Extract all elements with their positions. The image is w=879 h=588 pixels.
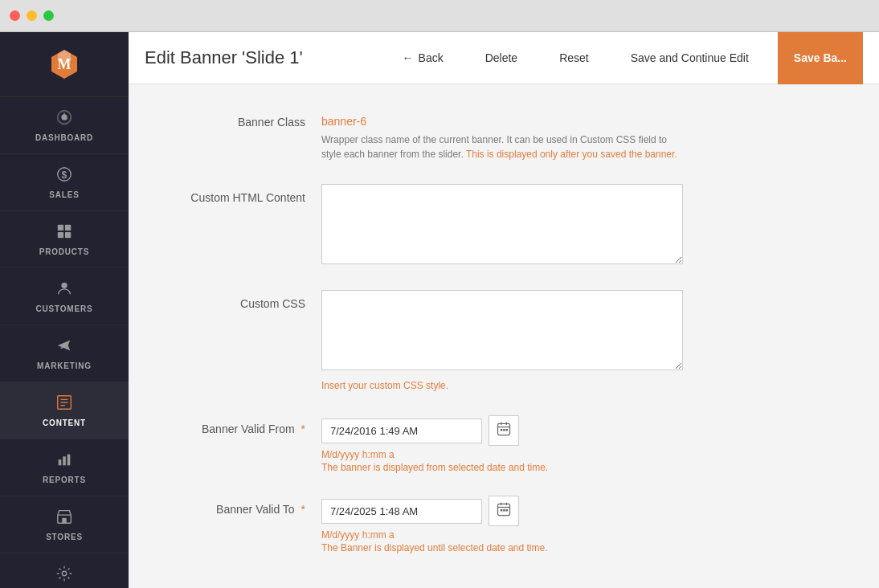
sidebar-item-system[interactable]: SYSTEM: [0, 553, 129, 588]
svg-rect-16: [59, 459, 62, 465]
banner-valid-to-label: Banner Valid To *: [161, 496, 321, 518]
page-header: Edit Banner 'Slide 1' ← Back Delete Rese…: [129, 32, 879, 84]
custom-css-textarea[interactable]: [321, 290, 683, 370]
custom-css-label: Custom CSS: [161, 290, 321, 312]
svg-point-10: [61, 283, 67, 288]
custom-css-hint: Insert your custom CSS style.: [321, 378, 683, 393]
sales-icon: $: [55, 165, 73, 187]
dashboard-icon: [55, 108, 73, 130]
banner-class-desc-highlight: This is displayed only after you saved t…: [466, 149, 677, 160]
svg-text:$: $: [61, 169, 67, 181]
banner-class-field: banner-6 Wrapper class name of the curre…: [321, 108, 683, 161]
required-star-from: *: [301, 423, 305, 435]
date-from-format: M/d/yyyy h:mm a: [321, 449, 683, 460]
marketing-icon: [55, 337, 73, 358]
banner-valid-to-label-text: Banner Valid To: [216, 503, 295, 516]
sidebar-item-stores[interactable]: STORES: [0, 496, 129, 553]
marketing-label: MARKETING: [37, 361, 92, 370]
sidebar-item-dashboard[interactable]: DASHBOARD: [0, 97, 129, 154]
required-star-to: *: [301, 503, 305, 516]
custom-css-field: Insert your custom CSS style.: [321, 290, 683, 393]
custom-css-row: Custom CSS Insert your custom CSS style.: [161, 290, 847, 393]
banner-valid-from-row: Banner Valid From *: [161, 415, 847, 473]
svg-rect-18: [67, 455, 71, 466]
custom-html-label: Custom HTML Content: [161, 184, 321, 206]
dashboard-label: DASHBOARD: [35, 133, 93, 142]
app-container: M DASHBOARD $ SALES PRODUCTS: [0, 32, 879, 588]
svg-rect-20: [62, 518, 67, 523]
svg-rect-37: [506, 509, 509, 512]
content-label: CONTENT: [43, 419, 86, 427]
svg-rect-28: [501, 429, 503, 431]
calendar-to-icon: [496, 501, 512, 517]
sidebar-item-products[interactable]: PRODUCTS: [0, 211, 129, 268]
calendar-from-button[interactable]: [489, 415, 519, 446]
banner-valid-from-label-text: Banner Valid From: [202, 423, 295, 435]
main-content: Edit Banner 'Slide 1' ← Back Delete Rese…: [129, 32, 879, 588]
maximize-button[interactable]: [43, 10, 54, 21]
svg-rect-9: [65, 232, 71, 238]
reset-button[interactable]: Reset: [546, 45, 602, 71]
svg-text:M: M: [58, 56, 72, 72]
products-label: PRODUCTS: [39, 247, 90, 256]
banner-valid-to-row: Banner Valid To *: [161, 496, 847, 553]
banner-valid-from-field: M/d/yyyy h:mm a The banner is displayed …: [321, 415, 683, 473]
banner-class-row: Banner Class banner-6 Wrapper class name…: [161, 108, 847, 161]
customers-icon: [55, 280, 73, 301]
svg-rect-35: [501, 509, 503, 512]
sidebar-item-customers[interactable]: CUSTOMERS: [0, 268, 129, 325]
sales-label: SALES: [49, 190, 79, 199]
custom-html-field: [321, 184, 683, 267]
magento-logo-icon: M: [47, 47, 82, 82]
customers-label: CUSTOMERS: [36, 304, 93, 313]
svg-rect-30: [506, 429, 509, 431]
banner-class-description: Wrapper class name of the current banner…: [321, 133, 683, 161]
banner-valid-to-input[interactable]: [321, 499, 482, 524]
sidebar-item-content[interactable]: CONTENT: [0, 382, 129, 439]
back-arrow-icon: ←: [403, 51, 414, 64]
date-from-desc: The banner is displayed from selected da…: [321, 462, 683, 473]
calendar-from-icon: [496, 421, 512, 437]
svg-rect-8: [58, 232, 63, 238]
banner-class-label: Banner Class: [161, 108, 321, 131]
back-label: Back: [419, 51, 444, 64]
sidebar-item-sales[interactable]: $ SALES: [0, 154, 129, 211]
form-area: Banner Class banner-6 Wrapper class name…: [129, 84, 879, 588]
content-icon: [55, 394, 73, 415]
date-to-format: M/d/yyyy h:mm a: [321, 529, 683, 541]
minimize-button[interactable]: [27, 10, 37, 21]
svg-rect-36: [503, 509, 505, 512]
save-button[interactable]: Save Ba...: [778, 32, 863, 84]
reports-icon: [55, 451, 73, 472]
reset-label: Reset: [559, 51, 589, 64]
back-button[interactable]: ← Back: [390, 45, 456, 71]
close-button[interactable]: [10, 10, 20, 21]
date-from-wrapper: [321, 415, 683, 446]
save-continue-label: Save and Continue Edit: [631, 51, 749, 64]
banner-valid-from-label: Banner Valid From *: [161, 415, 321, 438]
save-continue-button[interactable]: Save and Continue Edit: [618, 45, 762, 71]
window-chrome: [0, 0, 879, 32]
custom-html-textarea[interactable]: [321, 184, 683, 264]
svg-rect-6: [58, 225, 63, 231]
products-icon: [55, 223, 73, 244]
svg-point-21: [62, 571, 67, 576]
svg-rect-7: [65, 225, 71, 231]
sidebar: M DASHBOARD $ SALES PRODUCTS: [0, 32, 129, 588]
stores-icon: [55, 508, 73, 529]
svg-rect-29: [503, 429, 505, 431]
delete-label: Delete: [485, 51, 517, 64]
calendar-to-button[interactable]: [489, 496, 519, 526]
banner-valid-from-input[interactable]: [321, 419, 482, 443]
date-to-wrapper: [321, 496, 683, 526]
stores-label: STORES: [46, 533, 83, 541]
save-label: Save Ba...: [794, 51, 847, 64]
delete-button[interactable]: Delete: [472, 45, 530, 71]
date-to-desc: The Banner is displayed until selected d…: [321, 542, 683, 553]
sidebar-item-reports[interactable]: REPORTS: [0, 439, 129, 496]
system-icon: [55, 565, 73, 586]
custom-html-row: Custom HTML Content: [161, 184, 847, 267]
sidebar-item-marketing[interactable]: MARKETING: [0, 325, 129, 382]
page-title: Edit Banner 'Slide 1': [145, 47, 374, 68]
banner-class-value: banner-6: [321, 108, 683, 128]
